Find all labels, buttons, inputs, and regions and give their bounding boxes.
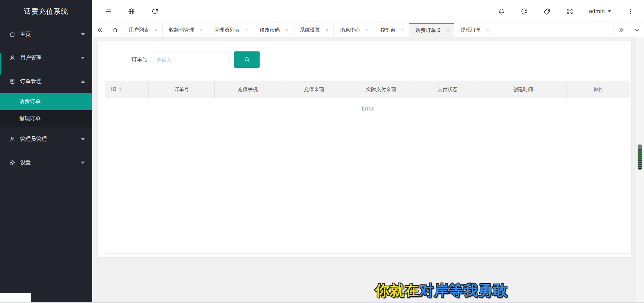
globe-language-icon[interactable] — [128, 8, 135, 15]
tab-label: 修改密码 — [260, 27, 280, 33]
search-button[interactable] — [234, 51, 260, 68]
table-header-row: ID 订单号 充值手机 充值金额 实际支付金额 支付状态 创建时间 操作 — [105, 81, 630, 98]
column-header-actions: 操作 — [567, 81, 630, 98]
sidebar-item-user-management[interactable]: 用户管理 — [0, 46, 92, 70]
sidebar-subitem-phone-orders[interactable]: 话费订单 — [0, 93, 92, 110]
collapse-menu-icon[interactable] — [104, 8, 112, 15]
tab-withdraw-orders[interactable]: 提现订单 — [454, 23, 494, 37]
tab-change-password[interactable]: 修改密码 — [253, 23, 293, 37]
tab-label: 管理员列表 — [214, 27, 239, 33]
chevron-down-icon — [81, 33, 85, 36]
home-tab[interactable] — [107, 23, 122, 37]
video-overlay-box — [0, 293, 31, 302]
tab-label: 收款码管理 — [169, 27, 194, 33]
sidebar-item-settings[interactable]: 设置 — [0, 151, 92, 174]
sidebar-item-label: 主页 — [20, 31, 81, 38]
column-header-actual-paid: 实际支付金额 — [347, 81, 415, 98]
tab-label: 话费订单 0 — [416, 27, 440, 34]
content-area: 订单号 ID 订单号 充值手机 充值金额 实际支付金额 — [92, 37, 644, 303]
sort-icon[interactable] — [119, 87, 122, 91]
close-icon[interactable] — [285, 28, 289, 32]
subtitle-sung-part: 你就在 — [375, 282, 419, 299]
close-icon[interactable] — [199, 28, 203, 32]
order-number-input[interactable] — [152, 52, 229, 67]
chevron-down-icon — [608, 10, 611, 12]
tag-icon[interactable] — [543, 8, 551, 15]
close-icon[interactable] — [445, 28, 449, 32]
tab-label: 消息中心 — [340, 27, 360, 33]
user-dropdown[interactable]: admin — [589, 8, 611, 14]
topbar-right-icons: admin — [498, 8, 644, 15]
order-book-icon — [9, 78, 16, 85]
column-header-order-no: 订单号 — [149, 81, 215, 98]
user-icon — [9, 54, 16, 61]
fullscreen-icon[interactable] — [566, 8, 574, 15]
tab-payment-codes[interactable]: 收款码管理 — [163, 23, 208, 37]
karaoke-subtitle: 你就在对岸等我勇敢 — [375, 281, 508, 300]
page-scrollbar-track — [636, 37, 644, 302]
chevron-down-icon — [81, 57, 85, 59]
column-header-recharge-amount: 充值金额 — [281, 81, 347, 98]
topbar-left-icons — [92, 8, 159, 15]
notification-bell-icon[interactable] — [498, 8, 505, 15]
close-icon[interactable] — [245, 28, 249, 32]
column-header-id[interactable]: ID — [105, 81, 149, 98]
chevron-up-icon — [81, 80, 85, 83]
column-header-created-time: 创建时间 — [480, 81, 567, 98]
sidebar-subitem-withdraw-orders[interactable]: 提现订单 — [0, 110, 92, 127]
tab-admin-list[interactable]: 管理员列表 — [208, 23, 253, 37]
sidebar-item-home[interactable]: 主页 — [0, 23, 92, 46]
sidebar-item-label: 管理员管理 — [20, 136, 81, 143]
tabs-dropdown-button[interactable] — [629, 23, 644, 37]
close-icon[interactable] — [154, 28, 158, 32]
order-number-label: 订单号 — [98, 56, 148, 63]
close-icon[interactable] — [365, 28, 369, 32]
sidebar: 话费充值系统 主页 用户管理 订单管理 话费订单 提现订单 管理员管理 — [0, 0, 92, 303]
tab-console[interactable]: 控制台 — [374, 23, 409, 37]
admin-user-icon — [9, 136, 16, 142]
close-icon[interactable] — [486, 28, 490, 32]
column-header-pay-status: 支付状态 — [415, 81, 480, 98]
search-icon — [244, 56, 251, 63]
gear-icon — [9, 159, 16, 166]
orders-table: ID 订单号 充值手机 充值金额 实际支付金额 支付状态 创建时间 操作 Err… — [105, 81, 630, 254]
theme-palette-icon[interactable] — [521, 8, 528, 15]
sidebar-item-admin-management[interactable]: 管理员管理 — [0, 127, 92, 151]
tab-label: 提现订单 — [461, 27, 481, 33]
tabs-scroll-left-button[interactable] — [92, 23, 107, 37]
subtitle-unsung-part: 对岸等我勇敢 — [419, 282, 508, 299]
search-form: 订单号 — [98, 51, 260, 68]
tab-phone-orders-active[interactable]: 话费订单 0 — [409, 23, 454, 37]
close-icon[interactable] — [400, 28, 405, 32]
column-header-recharge-phone: 充值手机 — [215, 81, 281, 98]
close-icon[interactable] — [325, 28, 329, 32]
kebab-menu-icon[interactable] — [627, 8, 634, 15]
tab-label: 系统设置 — [300, 27, 320, 33]
home-icon — [9, 31, 16, 38]
tab-user-list[interactable]: 用户列表 — [122, 23, 163, 37]
tabbar-spacer — [494, 23, 614, 37]
tab-label: 用户列表 — [129, 27, 149, 33]
tab-system-settings[interactable]: 系统设置 — [293, 23, 334, 37]
topbar: admin — [92, 0, 644, 23]
sidebar-accent-bar — [0, 53, 1, 75]
tab-message-center[interactable]: 消息中心 — [334, 23, 374, 37]
table-empty-error-text: Error — [105, 106, 630, 112]
app-title: 话费充值系统 — [0, 0, 92, 23]
chevron-down-icon — [81, 138, 85, 140]
sidebar-item-label: 设置 — [20, 159, 81, 166]
tabs-scroll-right-button[interactable] — [614, 23, 629, 37]
orders-card: 订单号 ID 订单号 充值手机 充值金额 实际支付金额 — [98, 41, 631, 257]
tab-label: 控制台 — [380, 27, 395, 33]
table-body: Error — [105, 98, 630, 253]
sidebar-subitem-label: 提现订单 — [19, 115, 41, 122]
sidebar-item-label: 用户管理 — [20, 54, 81, 61]
sidebar-item-order-management[interactable]: 订单管理 — [0, 70, 92, 93]
page-scrollbar-thumb[interactable] — [638, 144, 642, 170]
user-name: admin — [589, 8, 605, 14]
sidebar-submenu-orders: 话费订单 提现订单 — [0, 93, 92, 127]
tabbar: 用户列表 收款码管理 管理员列表 修改密码 系统设置 消息中心 控制台 话费订 — [92, 23, 644, 37]
refresh-icon[interactable] — [151, 8, 159, 15]
sidebar-item-label: 订单管理 — [20, 78, 81, 85]
main-area: admin 用户列表 收款码管理 管理员列表 修改密码 — [92, 0, 644, 303]
